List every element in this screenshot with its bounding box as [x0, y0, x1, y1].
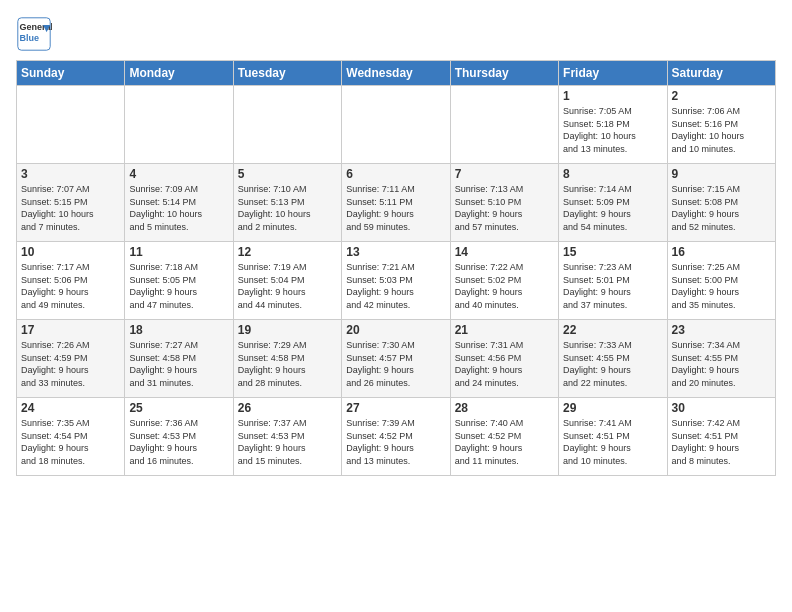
- day-info: Sunrise: 7:39 AM Sunset: 4:52 PM Dayligh…: [346, 417, 445, 467]
- day-number: 20: [346, 323, 445, 337]
- day-number: 4: [129, 167, 228, 181]
- day-info: Sunrise: 7:05 AM Sunset: 5:18 PM Dayligh…: [563, 105, 662, 155]
- day-info: Sunrise: 7:41 AM Sunset: 4:51 PM Dayligh…: [563, 417, 662, 467]
- calendar-cell: [342, 86, 450, 164]
- day-info: Sunrise: 7:37 AM Sunset: 4:53 PM Dayligh…: [238, 417, 337, 467]
- day-info: Sunrise: 7:13 AM Sunset: 5:10 PM Dayligh…: [455, 183, 554, 233]
- calendar-cell: 5Sunrise: 7:10 AM Sunset: 5:13 PM Daylig…: [233, 164, 341, 242]
- day-number: 8: [563, 167, 662, 181]
- day-info: Sunrise: 7:18 AM Sunset: 5:05 PM Dayligh…: [129, 261, 228, 311]
- day-number: 19: [238, 323, 337, 337]
- day-number: 1: [563, 89, 662, 103]
- calendar-header: SundayMondayTuesdayWednesdayThursdayFrid…: [17, 61, 776, 86]
- calendar-cell: 4Sunrise: 7:09 AM Sunset: 5:14 PM Daylig…: [125, 164, 233, 242]
- weekday-sunday: Sunday: [17, 61, 125, 86]
- day-number: 30: [672, 401, 771, 415]
- day-number: 5: [238, 167, 337, 181]
- day-info: Sunrise: 7:10 AM Sunset: 5:13 PM Dayligh…: [238, 183, 337, 233]
- calendar-cell: 1Sunrise: 7:05 AM Sunset: 5:18 PM Daylig…: [559, 86, 667, 164]
- day-number: 18: [129, 323, 228, 337]
- day-info: Sunrise: 7:31 AM Sunset: 4:56 PM Dayligh…: [455, 339, 554, 389]
- calendar-cell: 6Sunrise: 7:11 AM Sunset: 5:11 PM Daylig…: [342, 164, 450, 242]
- logo: General Blue: [16, 16, 52, 52]
- calendar-cell: 22Sunrise: 7:33 AM Sunset: 4:55 PM Dayli…: [559, 320, 667, 398]
- day-info: Sunrise: 7:42 AM Sunset: 4:51 PM Dayligh…: [672, 417, 771, 467]
- day-info: Sunrise: 7:14 AM Sunset: 5:09 PM Dayligh…: [563, 183, 662, 233]
- logo-icon: General Blue: [16, 16, 52, 52]
- day-info: Sunrise: 7:06 AM Sunset: 5:16 PM Dayligh…: [672, 105, 771, 155]
- day-number: 22: [563, 323, 662, 337]
- calendar-cell: [125, 86, 233, 164]
- day-number: 11: [129, 245, 228, 259]
- day-number: 24: [21, 401, 120, 415]
- weekday-wednesday: Wednesday: [342, 61, 450, 86]
- day-info: Sunrise: 7:30 AM Sunset: 4:57 PM Dayligh…: [346, 339, 445, 389]
- week-row-2: 10Sunrise: 7:17 AM Sunset: 5:06 PM Dayli…: [17, 242, 776, 320]
- day-number: 14: [455, 245, 554, 259]
- calendar-cell: 26Sunrise: 7:37 AM Sunset: 4:53 PM Dayli…: [233, 398, 341, 476]
- day-info: Sunrise: 7:40 AM Sunset: 4:52 PM Dayligh…: [455, 417, 554, 467]
- day-info: Sunrise: 7:35 AM Sunset: 4:54 PM Dayligh…: [21, 417, 120, 467]
- day-info: Sunrise: 7:34 AM Sunset: 4:55 PM Dayligh…: [672, 339, 771, 389]
- calendar-cell: 28Sunrise: 7:40 AM Sunset: 4:52 PM Dayli…: [450, 398, 558, 476]
- day-number: 6: [346, 167, 445, 181]
- day-info: Sunrise: 7:11 AM Sunset: 5:11 PM Dayligh…: [346, 183, 445, 233]
- calendar-cell: 17Sunrise: 7:26 AM Sunset: 4:59 PM Dayli…: [17, 320, 125, 398]
- day-info: Sunrise: 7:22 AM Sunset: 5:02 PM Dayligh…: [455, 261, 554, 311]
- day-info: Sunrise: 7:23 AM Sunset: 5:01 PM Dayligh…: [563, 261, 662, 311]
- calendar-cell: 7Sunrise: 7:13 AM Sunset: 5:10 PM Daylig…: [450, 164, 558, 242]
- day-number: 28: [455, 401, 554, 415]
- week-row-1: 3Sunrise: 7:07 AM Sunset: 5:15 PM Daylig…: [17, 164, 776, 242]
- header: General Blue: [16, 16, 776, 52]
- day-info: Sunrise: 7:15 AM Sunset: 5:08 PM Dayligh…: [672, 183, 771, 233]
- calendar-cell: 13Sunrise: 7:21 AM Sunset: 5:03 PM Dayli…: [342, 242, 450, 320]
- day-number: 27: [346, 401, 445, 415]
- day-number: 15: [563, 245, 662, 259]
- day-number: 23: [672, 323, 771, 337]
- calendar-cell: [17, 86, 125, 164]
- day-info: Sunrise: 7:09 AM Sunset: 5:14 PM Dayligh…: [129, 183, 228, 233]
- day-info: Sunrise: 7:19 AM Sunset: 5:04 PM Dayligh…: [238, 261, 337, 311]
- day-number: 17: [21, 323, 120, 337]
- calendar-cell: 15Sunrise: 7:23 AM Sunset: 5:01 PM Dayli…: [559, 242, 667, 320]
- day-info: Sunrise: 7:33 AM Sunset: 4:55 PM Dayligh…: [563, 339, 662, 389]
- calendar-cell: 3Sunrise: 7:07 AM Sunset: 5:15 PM Daylig…: [17, 164, 125, 242]
- day-info: Sunrise: 7:26 AM Sunset: 4:59 PM Dayligh…: [21, 339, 120, 389]
- weekday-friday: Friday: [559, 61, 667, 86]
- day-info: Sunrise: 7:25 AM Sunset: 5:00 PM Dayligh…: [672, 261, 771, 311]
- day-info: Sunrise: 7:36 AM Sunset: 4:53 PM Dayligh…: [129, 417, 228, 467]
- day-number: 10: [21, 245, 120, 259]
- day-number: 29: [563, 401, 662, 415]
- calendar-cell: [450, 86, 558, 164]
- day-info: Sunrise: 7:17 AM Sunset: 5:06 PM Dayligh…: [21, 261, 120, 311]
- day-number: 12: [238, 245, 337, 259]
- calendar-cell: 9Sunrise: 7:15 AM Sunset: 5:08 PM Daylig…: [667, 164, 775, 242]
- day-number: 3: [21, 167, 120, 181]
- day-number: 21: [455, 323, 554, 337]
- weekday-thursday: Thursday: [450, 61, 558, 86]
- week-row-4: 24Sunrise: 7:35 AM Sunset: 4:54 PM Dayli…: [17, 398, 776, 476]
- week-row-0: 1Sunrise: 7:05 AM Sunset: 5:18 PM Daylig…: [17, 86, 776, 164]
- calendar-cell: 23Sunrise: 7:34 AM Sunset: 4:55 PM Dayli…: [667, 320, 775, 398]
- day-info: Sunrise: 7:29 AM Sunset: 4:58 PM Dayligh…: [238, 339, 337, 389]
- calendar-cell: [233, 86, 341, 164]
- calendar-cell: 21Sunrise: 7:31 AM Sunset: 4:56 PM Dayli…: [450, 320, 558, 398]
- day-number: 9: [672, 167, 771, 181]
- calendar-cell: 25Sunrise: 7:36 AM Sunset: 4:53 PM Dayli…: [125, 398, 233, 476]
- day-number: 26: [238, 401, 337, 415]
- calendar-cell: 24Sunrise: 7:35 AM Sunset: 4:54 PM Dayli…: [17, 398, 125, 476]
- day-number: 7: [455, 167, 554, 181]
- week-row-3: 17Sunrise: 7:26 AM Sunset: 4:59 PM Dayli…: [17, 320, 776, 398]
- calendar-cell: 14Sunrise: 7:22 AM Sunset: 5:02 PM Dayli…: [450, 242, 558, 320]
- day-info: Sunrise: 7:07 AM Sunset: 5:15 PM Dayligh…: [21, 183, 120, 233]
- calendar-cell: 16Sunrise: 7:25 AM Sunset: 5:00 PM Dayli…: [667, 242, 775, 320]
- calendar-body: 1Sunrise: 7:05 AM Sunset: 5:18 PM Daylig…: [17, 86, 776, 476]
- day-number: 16: [672, 245, 771, 259]
- day-info: Sunrise: 7:27 AM Sunset: 4:58 PM Dayligh…: [129, 339, 228, 389]
- calendar-cell: 11Sunrise: 7:18 AM Sunset: 5:05 PM Dayli…: [125, 242, 233, 320]
- calendar-cell: 19Sunrise: 7:29 AM Sunset: 4:58 PM Dayli…: [233, 320, 341, 398]
- calendar-cell: 2Sunrise: 7:06 AM Sunset: 5:16 PM Daylig…: [667, 86, 775, 164]
- weekday-monday: Monday: [125, 61, 233, 86]
- day-number: 2: [672, 89, 771, 103]
- calendar-cell: 27Sunrise: 7:39 AM Sunset: 4:52 PM Dayli…: [342, 398, 450, 476]
